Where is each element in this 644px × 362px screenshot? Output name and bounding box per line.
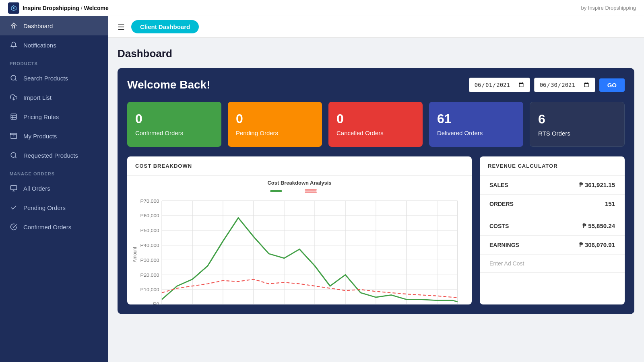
svg-rect-18 [305,191,317,193]
pending-orders-number: 0 [236,111,314,126]
sidebar-label-search-products: Search Products [23,75,68,82]
cost-breakdown-panel: COST BREAKDOWN Cost Breakdown Analysis S… [127,156,472,304]
legend-sales: Sales [270,188,297,194]
sidebar-item-my-products[interactable]: My Products [0,126,108,146]
sidebar-label-all-orders: All Orders [23,185,50,192]
cancelled-orders-number: 0 [336,111,415,126]
sidebar-item-requested-products[interactable]: Requested Products [0,146,108,165]
client-dashboard-button[interactable]: Client Dashboard [131,20,199,33]
sales-label: SALES [489,182,508,188]
sidebar-label-confirmed-orders: Confirmed Orders [23,224,71,230]
dashboard-panel: Welcome Back! GO 0 Confirmed Orders 0 [118,68,634,314]
svg-line-12 [15,156,16,158]
pending-orders-card[interactable]: 0 Pending Orders [228,102,322,147]
ad-cost-label: Enter Ad Cost [489,260,524,267]
topbar-left: Inspire Dropshipping / Welcome [8,2,109,14]
sidebar-section-orders: MANAGE ORDERS [0,165,108,179]
sales-value: ₱ 361,921.15 [579,181,615,189]
orders-label: ORDERS [489,201,514,207]
bottom-panels: COST BREAKDOWN Cost Breakdown Analysis S… [127,156,625,304]
sidebar-item-confirmed-orders[interactable]: Confirmed Orders [0,217,108,237]
costs-value: ₱ 55,850.24 [582,222,615,230]
legend-sales-label: Sales [285,188,297,194]
check-circle-icon [10,223,18,231]
sidebar-item-dashboard[interactable]: Dashboard [0,16,108,35]
rts-orders-card[interactable]: 6 RTS Orders [530,102,625,147]
search2-icon [10,151,18,159]
svg-text:P40,000: P40,000 [140,243,160,248]
revenue-row-sales: SALES ₱ 361,921.15 [480,176,625,195]
revenue-divider1 [480,215,625,215]
sidebar: Dashboard Notifications PRODUCTS Search … [0,16,108,362]
order-cards: 0 Confirmed Orders 0 Pending Orders 0 Ca… [127,102,625,147]
costs-label: COSTS [489,223,509,229]
svg-rect-9 [10,133,17,135]
svg-point-2 [11,75,16,80]
go-button[interactable]: GO [599,78,625,92]
box-icon [10,132,18,140]
cancelled-orders-label: Cancelled Orders [336,130,415,136]
earnings-label: EARNINGS [489,242,519,248]
date-controls: GO [469,78,625,92]
welcome-text: Welcome Back! [127,78,210,91]
header-bar: ☰ Client Dashboard [108,16,644,38]
main-content: Dashboard Welcome Back! GO 0 Conf [108,38,644,362]
sidebar-item-pricing-rules[interactable]: Pricing Rules [0,107,108,126]
svg-text:P20,000: P20,000 [140,272,160,278]
sidebar-item-all-orders[interactable]: All Orders [0,179,108,198]
sidebar-item-search-products[interactable]: Search Products [0,68,108,88]
breadcrumb: Inspire Dropshipping / Welcome [23,5,109,11]
home-icon [10,22,18,30]
confirmed-orders-label: Confirmed Orders [135,130,213,136]
svg-line-3 [15,79,16,80]
sidebar-label-import-list: Import List [23,94,52,101]
page-title: Dashboard [118,47,634,60]
download-icon [10,93,18,101]
cancelled-orders-card[interactable]: 0 Cancelled Orders [328,102,423,147]
svg-rect-16 [270,190,282,192]
sidebar-label-pending-orders: Pending Orders [23,204,66,211]
chart-title: Cost Breakdown Analysis [131,180,468,186]
svg-point-11 [11,152,16,157]
svg-point-1 [13,7,14,9]
table-icon [10,113,18,121]
chart-area: Cost Breakdown Analysis Sales Cost [127,176,472,304]
revenue-header: REVENUE CALCULATOR [480,156,625,176]
dashboard-top: Welcome Back! GO [127,78,625,92]
search-icon [10,74,18,82]
date-from-input[interactable] [469,78,530,92]
svg-rect-13 [11,185,17,190]
brand-logo [8,2,19,14]
rts-orders-label: RTS Orders [538,130,616,137]
svg-text:Amount: Amount [132,247,138,262]
svg-rect-5 [11,114,17,119]
sidebar-label-pricing-rules: Pricing Rules [23,113,59,120]
delivered-orders-card[interactable]: 61 Delivered Orders [429,102,523,147]
topbar: Inspire Dropshipping / Welcome by Inspir… [0,0,644,16]
bell-icon [10,41,18,49]
orders-value: 151 [605,200,615,207]
sidebar-item-pending-orders[interactable]: Pending Orders [0,198,108,217]
sidebar-label-notifications: Notifications [23,42,56,49]
topbar-right-text: by Inspire Dropshipping [581,5,636,11]
main-area: ☰ Client Dashboard Dashboard Welcome Bac… [108,16,644,362]
revenue-row-ad-cost: Enter Ad Cost [480,255,625,273]
pending-orders-label: Pending Orders [236,130,314,136]
svg-text:P30,000: P30,000 [140,258,160,263]
hamburger-icon[interactable]: ☰ [118,22,125,32]
sidebar-item-import-list[interactable]: Import List [0,88,108,107]
svg-rect-17 [305,189,317,191]
delivered-orders-label: Delivered Orders [437,130,515,136]
revenue-row-costs: COSTS ₱ 55,850.24 [480,217,625,236]
delivered-orders-number: 61 [437,111,515,126]
cost-breakdown-header: COST BREAKDOWN [127,156,472,176]
chart-svg: P70,000 P60,000 P50,000 P40,000 P30,000 … [131,196,468,304]
sidebar-label-my-products: My Products [23,133,57,140]
confirmed-orders-card[interactable]: 0 Confirmed Orders [127,102,221,147]
date-to-input[interactable] [534,78,595,92]
legend-cost-label: Cost [319,188,329,194]
chart-legend: Sales Cost [131,188,468,194]
sidebar-item-notifications[interactable]: Notifications [0,35,108,55]
sidebar-label-dashboard: Dashboard [23,23,53,29]
svg-text:P50,000: P50,000 [140,228,160,233]
